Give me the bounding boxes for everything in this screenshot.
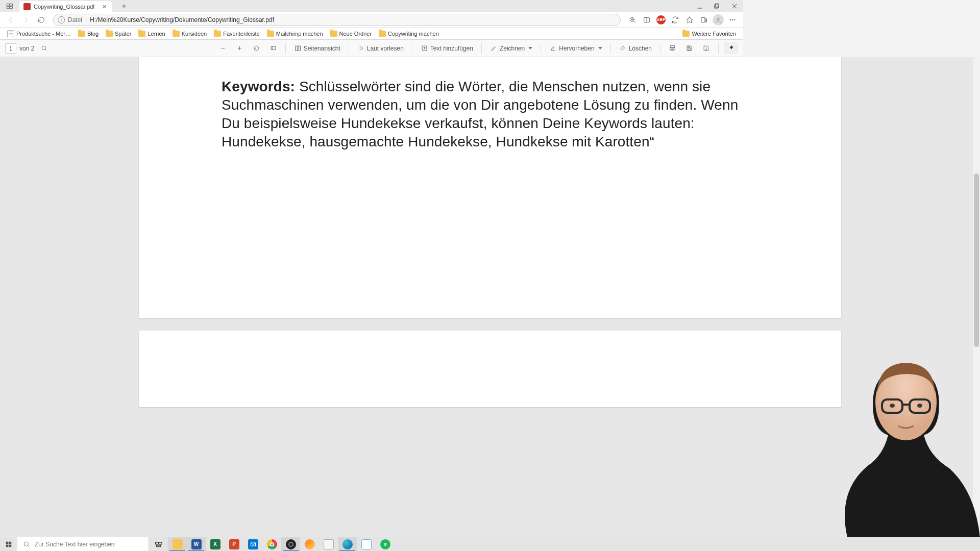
svg-rect-30 bbox=[295, 46, 297, 51]
favorites-button[interactable] bbox=[683, 13, 696, 27]
bookmark-folder[interactable]: Später bbox=[103, 30, 134, 38]
svg-point-22 bbox=[734, 19, 735, 20]
folder-icon bbox=[214, 31, 221, 37]
page-icon bbox=[7, 30, 14, 37]
pdf-viewport[interactable]: Keywords: Schlüsselwörter sind die Wörte… bbox=[0, 57, 743, 416]
svg-rect-1 bbox=[10, 4, 13, 6]
url-scheme: Datei bbox=[68, 16, 82, 23]
folder-icon bbox=[379, 31, 386, 37]
svg-point-20 bbox=[730, 19, 731, 20]
collections-button[interactable] bbox=[697, 13, 710, 27]
bookmark-folder[interactable]: Favoritenleiste bbox=[211, 30, 263, 38]
svg-point-21 bbox=[732, 19, 733, 20]
svg-rect-38 bbox=[688, 49, 691, 51]
page-total-label: von 2 bbox=[19, 45, 34, 52]
zoom-out-button[interactable] bbox=[216, 42, 230, 54]
tab-title: Copywriting_Glossar.pdf bbox=[34, 4, 94, 10]
folder-icon bbox=[682, 31, 690, 37]
add-text-button[interactable]: Text hinzufügen bbox=[418, 42, 476, 54]
back-button[interactable] bbox=[4, 13, 17, 27]
bookmark-folder[interactable]: Copywriting machen bbox=[376, 30, 442, 38]
adblock-extension[interactable]: ABP bbox=[654, 13, 668, 27]
svg-line-12 bbox=[634, 21, 635, 22]
window-minimize-button[interactable] bbox=[691, 0, 708, 12]
read-aloud-button[interactable]: Laut vorlesen bbox=[354, 42, 407, 54]
chevron-down-icon bbox=[528, 47, 532, 49]
bookmark-label: Weitere Favoriten bbox=[692, 31, 736, 37]
print-button[interactable] bbox=[666, 42, 679, 54]
erase-button[interactable]: Löschen bbox=[616, 42, 655, 54]
keyword-body: Schlüsselwörter sind die Wörter, die Men… bbox=[222, 79, 738, 149]
bookmark-label: Produktsuche - Mer… bbox=[16, 31, 71, 37]
more-favorites-button[interactable]: Weitere Favoriten bbox=[679, 30, 739, 38]
menu-button[interactable] bbox=[726, 13, 739, 27]
folder-icon bbox=[173, 31, 180, 37]
pdf-icon bbox=[23, 3, 31, 10]
bookmarks-bar: Produktsuche - Mer… Blog Später Lernen K… bbox=[0, 28, 743, 40]
sync-button[interactable] bbox=[669, 13, 682, 27]
search-in-pdf-button[interactable] bbox=[37, 42, 51, 54]
document-text: Keywords: Schlüsselwörter sind die Wörte… bbox=[222, 78, 743, 151]
bookmark-folder[interactable]: Mailchimp machen bbox=[264, 30, 326, 38]
read-mode-button[interactable] bbox=[640, 13, 653, 27]
bookmark-label: Neue Ordner bbox=[339, 31, 372, 37]
site-info-icon[interactable]: i bbox=[58, 16, 65, 23]
bookmark-folder[interactable]: Blog bbox=[75, 30, 102, 38]
window-titlebar: Copywriting_Glossar.pdf ✕ ＋ bbox=[0, 0, 743, 12]
forward-button[interactable] bbox=[19, 13, 33, 27]
rotate-button[interactable] bbox=[250, 42, 263, 54]
chevron-down-icon bbox=[598, 47, 602, 49]
svg-point-23 bbox=[42, 46, 46, 50]
profile-button[interactable] bbox=[712, 13, 725, 27]
svg-rect-0 bbox=[7, 4, 10, 6]
bookmark-folder[interactable]: Neue Ordner bbox=[327, 30, 375, 38]
window-maximize-button[interactable] bbox=[708, 0, 726, 12]
bookmark-label: Blog bbox=[87, 31, 99, 37]
svg-rect-34 bbox=[671, 46, 675, 48]
fit-page-button[interactable] bbox=[266, 42, 280, 54]
bookmark-folder[interactable]: Lernen bbox=[135, 30, 168, 38]
pdf-page-1: Keywords: Schlüsselwörter sind die Wörte… bbox=[139, 57, 743, 318]
reload-button[interactable] bbox=[35, 13, 48, 27]
page-view-label: Seitenansicht bbox=[304, 45, 340, 52]
zoom-button[interactable] bbox=[626, 13, 639, 27]
bookmark-label: Lernen bbox=[148, 31, 165, 37]
tab-actions-button[interactable] bbox=[3, 0, 16, 13]
svg-rect-37 bbox=[688, 46, 690, 47]
svg-line-24 bbox=[45, 49, 47, 51]
address-bar[interactable]: i Datei | bbox=[53, 14, 621, 26]
browser-toolbar: i Datei | ABP bbox=[0, 12, 743, 28]
save-button[interactable] bbox=[682, 42, 696, 54]
bookmark-folder[interactable]: Kursideen bbox=[169, 30, 210, 38]
zoom-in-button[interactable] bbox=[233, 42, 247, 54]
draw-button[interactable]: Zeichnen bbox=[487, 42, 535, 54]
folder-icon bbox=[330, 31, 337, 37]
page-number-input[interactable] bbox=[5, 43, 16, 54]
highlight-label: Hervorheben bbox=[559, 45, 594, 52]
browser-tab[interactable]: Copywriting_Glossar.pdf ✕ bbox=[19, 1, 112, 12]
window-close-button[interactable] bbox=[726, 0, 743, 12]
folder-icon bbox=[106, 31, 113, 37]
pin-toolbar-button[interactable] bbox=[724, 42, 738, 54]
bookmark-label: Später bbox=[115, 31, 131, 37]
page-view-button[interactable]: Seitenansicht bbox=[291, 42, 344, 54]
svg-point-19 bbox=[717, 18, 719, 20]
save-as-button[interactable] bbox=[699, 42, 713, 54]
tab-close-button[interactable]: ✕ bbox=[101, 3, 108, 10]
bookmark-label: Kursideen bbox=[182, 31, 207, 37]
svg-rect-31 bbox=[298, 46, 300, 51]
url-input[interactable] bbox=[90, 16, 616, 23]
bookmark-item[interactable]: Produktsuche - Mer… bbox=[4, 29, 74, 38]
pdf-toolbar: von 2 Seitenansicht Laut vorlesen Text h… bbox=[0, 40, 743, 57]
svg-rect-2 bbox=[7, 7, 10, 9]
draw-label: Zeichnen bbox=[500, 45, 525, 52]
add-text-label: Text hinzufügen bbox=[430, 45, 473, 52]
erase-label: Löschen bbox=[629, 45, 652, 52]
folder-icon bbox=[267, 31, 274, 37]
svg-rect-16 bbox=[701, 17, 705, 22]
keyword-label: Keywords: bbox=[222, 79, 295, 94]
read-aloud-label: Laut vorlesen bbox=[367, 45, 404, 52]
new-tab-button[interactable]: ＋ bbox=[118, 1, 130, 12]
svg-rect-28 bbox=[271, 46, 276, 49]
highlight-button[interactable]: Hervorheben bbox=[546, 42, 605, 54]
